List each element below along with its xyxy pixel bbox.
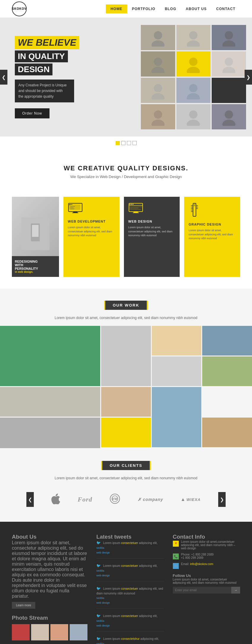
photo-stream-4 [70, 624, 87, 640]
mosaic-cell-6[interactable] [202, 356, 252, 386]
web-dev-title: WEB DEVELOPMENT [68, 220, 115, 223]
twitter-icon-2: 🐦 [96, 564, 101, 568]
svg-point-17 [151, 120, 165, 126]
client-apple [51, 494, 60, 506]
client-vw: VW [110, 494, 120, 505]
contact-address-item: 📍 Lorem ipsum dolor sit amet,consectetue… [173, 540, 240, 550]
mosaic-cell-5[interactable] [152, 356, 202, 386]
tweet-4: 🐦 Lorem ipsum consectetuer adipiscing el… [96, 613, 164, 632]
hero-photo-9 [212, 78, 246, 103]
mosaic-cell-12[interactable] [202, 418, 252, 447]
tweet-3: 🐦 Lorem ipsum consectetuer adipiscing el… [96, 586, 164, 609]
dot-1[interactable] [116, 141, 120, 145]
mosaic-cell-8[interactable] [101, 387, 151, 417]
svg-rect-37 [130, 204, 130, 205]
clients-title-bar: OUR CLIENTS [0, 461, 252, 470]
email-contact-icon: ✉ [173, 563, 179, 569]
svg-point-12 [154, 84, 162, 92]
portfolio-mosaic [0, 326, 252, 449]
mosaic-cell-10[interactable] [0, 418, 100, 448]
hero-title-line1: WE BELIEVE [15, 36, 79, 49]
mosaic-cell-2[interactable] [101, 326, 151, 386]
graphic-design-title: GRAPHIC DESIGN [189, 223, 236, 226]
service-redesigning: REDESIGNINGWITHPERSONALITY in web design… [12, 197, 59, 277]
twitter-icon-5: 🐦 [96, 637, 101, 641]
dot-2[interactable] [121, 141, 125, 145]
svg-point-8 [189, 58, 197, 66]
clients-section: OUR CLIENTS Lorem ipsum dolor sit amet, … [0, 449, 252, 522]
follow-us-desc: Lorem ipsum dolor sit amet, consectetuer… [173, 578, 240, 584]
follow-email-input[interactable] [173, 587, 232, 594]
svg-rect-34 [69, 209, 74, 209]
nav-blog[interactable]: BLOG [160, 4, 181, 13]
svg-point-18 [189, 110, 197, 119]
footer-tweets-col: Latest tweets 🐦 Lorem ipsum consectetuer… [96, 534, 164, 644]
svg-rect-35 [129, 203, 143, 212]
our-work-desc: Lorem ipsum dolor sit amet, consectetuer… [0, 316, 252, 326]
svg-point-4 [225, 31, 233, 39]
svg-rect-43 [134, 212, 138, 212]
service-web-design: WEB DESIGN Lorem ipsum dolor sit amet, c… [124, 197, 180, 277]
svg-rect-39 [133, 204, 133, 205]
follow-submit-button[interactable]: → [231, 587, 240, 594]
contact-email-text: Email: info@skokov.com [181, 562, 213, 566]
svg-point-6 [154, 58, 162, 66]
mosaic-cell-3[interactable] [152, 326, 202, 356]
footer-about-title: About Us [12, 534, 87, 540]
our-work-title: OUR WORK [104, 301, 148, 310]
hero-photo-11 [176, 104, 211, 129]
creative-subheading: We Specialize in Web Design / Developmen… [12, 175, 240, 179]
our-work-title-bar: OUR WORK [0, 301, 252, 310]
hero-cta-button[interactable]: Order Now [15, 108, 50, 118]
photo-stream-2 [31, 624, 49, 640]
svg-rect-46 [194, 204, 195, 206]
footer-about-col: About Us Lorem ipsum dolor sit amet, con… [12, 534, 87, 644]
svg-point-21 [222, 120, 235, 126]
svg-rect-41 [130, 208, 138, 208]
tweets-title: Latest tweets [96, 534, 164, 540]
svg-point-14 [189, 84, 197, 92]
header: SKOKOV HOME PORTFOLIO BLOG ABOUT US CONT… [0, 0, 252, 18]
contact-address-text: Lorem ipsum dolor sit amet,consectetuer … [181, 540, 240, 550]
our-work-section: OUR WORK Lorem ipsum dolor sit amet, con… [0, 289, 252, 449]
hero-photo-12 [212, 104, 246, 129]
nav-home[interactable]: HOME [106, 4, 127, 13]
hero-section: ❮ WE BELIEVE IN QUALITY DESIGN Any Creat… [0, 18, 252, 137]
svg-rect-27 [69, 204, 70, 205]
mosaic-cell-11[interactable] [101, 418, 151, 447]
svg-rect-32 [69, 206, 75, 207]
nav-portfolio[interactable]: PORTFOLIO [127, 4, 160, 13]
hero-photo-7 [141, 78, 175, 103]
mosaic-cell-7[interactable] [0, 387, 100, 417]
web-design-title: WEB DESIGN [128, 220, 176, 223]
mosaic-cell-4[interactable] [202, 326, 252, 356]
nav-about[interactable]: ABOUT US [181, 4, 212, 13]
hero-photo-5 [176, 51, 211, 77]
tweet-5: 🐦 Lorem ipsum consectetshur adipiscing e… [96, 636, 164, 644]
hero-prev-arrow[interactable]: ❮ [0, 70, 7, 85]
svg-point-1 [151, 40, 165, 47]
clients-prev-arrow[interactable]: ❮ [26, 492, 34, 507]
web-dev-icon [68, 203, 115, 217]
dot-3[interactable] [127, 141, 131, 145]
svg-rect-30 [73, 212, 77, 212]
hero-next-arrow[interactable]: ❯ [245, 70, 252, 85]
hero-photo-6 [212, 51, 246, 77]
dot-4[interactable] [133, 141, 137, 145]
svg-point-16 [154, 110, 162, 119]
services-grid: REDESIGNINGWITHPERSONALITY in web design… [0, 197, 252, 289]
svg-point-19 [187, 120, 200, 126]
hero-content: WE BELIEVE IN QUALITY DESIGN Any Creativ… [0, 24, 135, 131]
mosaic-cell-9[interactable] [152, 387, 202, 447]
footer-learn-more-button[interactable]: Learn more [12, 602, 35, 609]
svg-point-3 [187, 40, 200, 47]
contact-phone-text: Phone: +1 800 288 2689+1 800 299 2689 [181, 553, 214, 559]
logo[interactable]: SKOKOV [12, 1, 27, 16]
svg-text:VW: VW [112, 497, 118, 501]
clients-next-arrow[interactable]: ❯ [218, 492, 226, 507]
nav: HOME PORTFOLIO BLOG ABOUT US CONTACT [106, 4, 240, 13]
svg-point-15 [187, 93, 200, 99]
tweet-2: 🐦 Lorem ipsum consectetuer adipiscing el… [96, 563, 164, 581]
mosaic-cell-1[interactable] [0, 326, 100, 386]
nav-contact[interactable]: CONTACT [211, 4, 240, 13]
